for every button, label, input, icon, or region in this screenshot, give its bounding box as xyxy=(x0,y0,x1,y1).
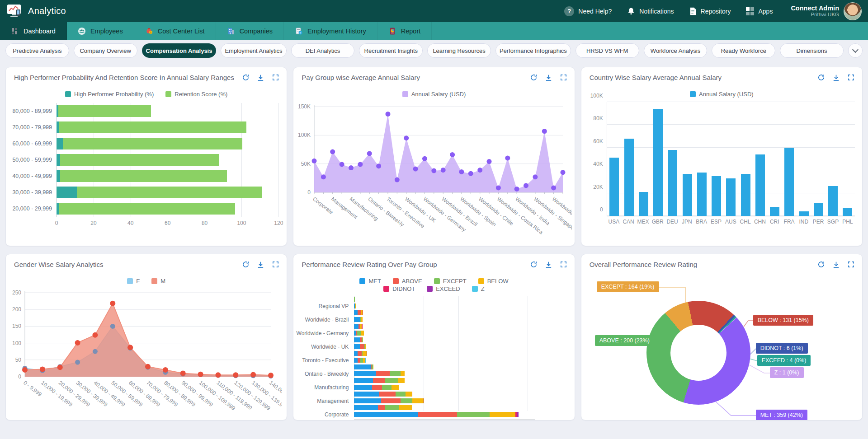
data-point[interactable] xyxy=(358,162,363,167)
pill-performance-infographics[interactable]: Performance Infographics xyxy=(495,43,571,58)
data-point[interactable] xyxy=(321,174,326,179)
segment-above[interactable] xyxy=(418,412,457,417)
data-point-M[interactable] xyxy=(198,372,203,377)
segment-met[interactable] xyxy=(354,324,358,329)
refresh-icon[interactable] xyxy=(817,74,825,81)
segment-below[interactable] xyxy=(363,337,363,342)
segment-above[interactable] xyxy=(378,405,386,410)
data-point[interactable] xyxy=(542,129,547,134)
data-point[interactable] xyxy=(514,187,519,191)
country-bar[interactable] xyxy=(668,150,677,216)
country-bar[interactable] xyxy=(683,174,692,216)
country-bar[interactable] xyxy=(770,207,779,216)
data-point[interactable] xyxy=(376,163,381,168)
segment-met[interactable] xyxy=(354,337,359,342)
country-bar[interactable] xyxy=(814,203,823,216)
segment-below[interactable] xyxy=(363,351,367,356)
legend-item[interactable]: BELOW xyxy=(478,278,509,285)
country-bar[interactable] xyxy=(843,208,852,216)
country-bar[interactable] xyxy=(624,139,634,216)
segment-met[interactable] xyxy=(354,351,358,356)
legend-item[interactable]: EXCEPT xyxy=(434,278,467,285)
pill-company-overview[interactable]: Company Overview xyxy=(74,43,137,58)
data-point-M[interactable] xyxy=(127,345,133,350)
fullscreen-icon[interactable] xyxy=(560,74,567,81)
tab-report[interactable]: Report xyxy=(377,22,432,40)
segment-above[interactable] xyxy=(379,392,396,397)
download-icon[interactable] xyxy=(545,261,552,268)
segment-met[interactable] xyxy=(354,344,359,349)
data-point[interactable] xyxy=(367,151,372,156)
data-point[interactable] xyxy=(441,168,446,173)
data-point-M[interactable] xyxy=(57,364,63,370)
hp-probability-bar[interactable] xyxy=(57,170,60,182)
retention-score-bar[interactable] xyxy=(77,187,262,198)
slice-label-exceed[interactable]: EXCEED : 4 (0%) xyxy=(757,355,811,366)
data-point[interactable] xyxy=(478,168,483,173)
data-point-F[interactable] xyxy=(75,360,80,365)
retention-score-bar[interactable] xyxy=(63,138,242,149)
segment-didnot[interactable] xyxy=(362,324,363,329)
user-menu[interactable]: Connect Admin Prithwi UKG xyxy=(791,2,862,20)
segment-except[interactable] xyxy=(357,331,361,336)
data-point[interactable] xyxy=(404,135,409,140)
pill-employment-analytics[interactable]: Employment Analytics xyxy=(221,43,286,58)
legend-item[interactable]: Z xyxy=(472,285,485,292)
country-bar[interactable] xyxy=(712,176,721,216)
segment-met[interactable] xyxy=(354,310,358,315)
data-point[interactable] xyxy=(312,159,317,163)
download-icon[interactable] xyxy=(545,74,552,81)
segment-above[interactable] xyxy=(360,344,365,349)
slice-label-met[interactable]: MET : 359 (42%) xyxy=(756,410,807,420)
hp-probability-bar[interactable] xyxy=(57,154,60,166)
data-point[interactable] xyxy=(551,185,556,190)
segment-except[interactable] xyxy=(385,378,398,383)
slice-label-above[interactable]: ABOVE : 200 (23%) xyxy=(595,335,654,346)
refresh-icon[interactable] xyxy=(817,261,825,268)
data-point[interactable] xyxy=(330,149,335,154)
data-point-M[interactable] xyxy=(40,367,45,372)
slice-label-z[interactable]: Z : 1 (0%) xyxy=(770,367,804,378)
segment-above[interactable] xyxy=(381,398,401,403)
segment-met[interactable] xyxy=(354,371,376,376)
tab-companies[interactable]: Companies xyxy=(216,22,284,40)
data-point-M[interactable] xyxy=(145,364,151,369)
data-point-M[interactable] xyxy=(110,301,115,306)
notifications-button[interactable]: Notifications xyxy=(627,7,674,15)
data-point[interactable] xyxy=(349,165,354,170)
data-point[interactable] xyxy=(505,156,510,161)
segment-below[interactable] xyxy=(373,364,374,369)
pill-learning-resources[interactable]: Learning Resources xyxy=(427,43,491,58)
segment-below[interactable] xyxy=(406,392,412,397)
retention-score-bar[interactable] xyxy=(60,170,226,182)
legend-item[interactable]: High Performer Probability (%) xyxy=(65,91,154,98)
pill-predictive-analysis[interactable]: Predictive Analysis xyxy=(5,43,69,58)
segment-below[interactable] xyxy=(365,344,366,349)
legend-item[interactable]: DIDNOT xyxy=(383,285,415,292)
slice-label-didnot[interactable]: DIDNOT : 6 (1%) xyxy=(756,343,808,354)
segment-below[interactable] xyxy=(361,317,363,322)
segment-below[interactable] xyxy=(412,398,424,403)
segment-exceed[interactable] xyxy=(367,351,368,356)
download-icon[interactable] xyxy=(257,74,264,81)
segment-except[interactable] xyxy=(401,398,412,403)
country-bar[interactable] xyxy=(639,192,648,216)
segment-below[interactable] xyxy=(401,371,405,376)
avatar[interactable] xyxy=(844,2,862,20)
country-bar[interactable] xyxy=(741,174,750,216)
retention-score-bar[interactable] xyxy=(60,154,219,166)
country-bar[interactable] xyxy=(726,178,736,216)
segment-met[interactable] xyxy=(354,317,359,322)
pill-hrsd-vs-wfm[interactable]: HRSD VS WFM xyxy=(576,43,639,58)
segment-above[interactable] xyxy=(358,310,361,315)
segment-above[interactable] xyxy=(358,351,362,356)
tab-cost-center-list[interactable]: $ Cost Center List xyxy=(134,22,216,40)
data-point-M[interactable] xyxy=(163,367,168,373)
data-point[interactable] xyxy=(524,183,528,188)
segment-met[interactable] xyxy=(354,358,358,363)
data-point-M[interactable] xyxy=(233,372,238,378)
segment-above[interactable] xyxy=(373,378,386,383)
data-point-M[interactable] xyxy=(215,372,221,378)
data-point-M[interactable] xyxy=(92,332,98,338)
segment-exceed[interactable] xyxy=(424,398,425,403)
